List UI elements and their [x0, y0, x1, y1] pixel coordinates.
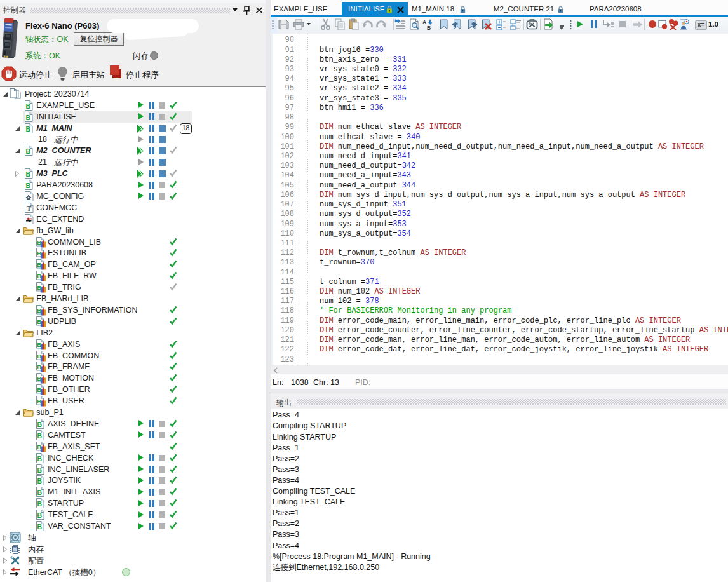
svg-text:B: B — [26, 102, 31, 109]
svg-text:B: B — [37, 454, 43, 462]
svg-text:B: B — [37, 477, 43, 485]
svg-text:B: B — [26, 182, 31, 189]
svg-text:B: B — [37, 500, 43, 508]
svg-text:B: B — [26, 113, 31, 121]
svg-text:B: B — [37, 489, 43, 496]
svg-text:B: B — [37, 466, 43, 473]
svg-text:T: T — [27, 205, 32, 212]
svg-text:B: B — [427, 25, 431, 30]
svg-text:B: B — [37, 420, 43, 428]
svg-text:B: B — [26, 147, 31, 155]
svg-text:A: A — [422, 19, 426, 25]
svg-text:B: B — [37, 431, 43, 439]
svg-text:B: B — [26, 125, 31, 132]
svg-text:B: B — [37, 523, 43, 531]
svg-text:B: B — [37, 511, 43, 519]
svg-text:B: B — [26, 170, 31, 178]
